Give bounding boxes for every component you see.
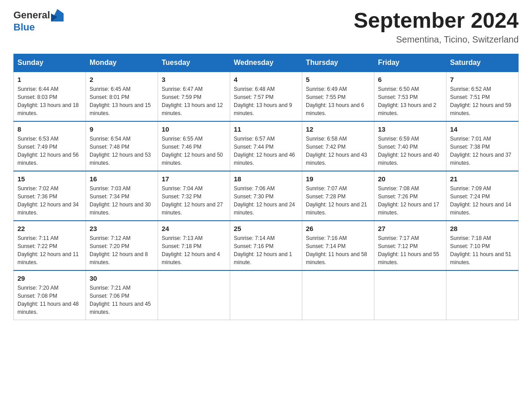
calendar-cell: 9Sunrise: 6:54 AMSunset: 7:48 PMDaylight…: [86, 121, 158, 171]
logo-text-general: General: [13, 9, 50, 21]
week-row: 15Sunrise: 7:02 AMSunset: 7:36 PMDayligh…: [14, 171, 519, 221]
day-number: 7: [450, 76, 515, 83]
weekday-header-friday: Friday: [374, 54, 446, 72]
page-header: General Blue September 2024 Sementina, T…: [13, 9, 519, 45]
day-info: Sunrise: 7:18 AMSunset: 7:10 PMDaylight:…: [450, 234, 515, 266]
day-info: Sunrise: 6:55 AMSunset: 7:46 PMDaylight:…: [162, 135, 226, 167]
day-info: Sunrise: 7:13 AMSunset: 7:18 PMDaylight:…: [162, 234, 226, 266]
day-number: 16: [90, 175, 154, 183]
calendar-cell: 1Sunrise: 6:44 AMSunset: 8:03 PMDaylight…: [14, 72, 86, 121]
calendar-cell: 29Sunrise: 7:20 AMSunset: 7:08 PMDayligh…: [14, 270, 86, 320]
title-area: September 2024 Sementina, Ticino, Switze…: [354, 9, 519, 45]
calendar-cell: 5Sunrise: 6:49 AMSunset: 7:55 PMDaylight…: [302, 72, 374, 121]
calendar-cell: 22Sunrise: 7:11 AMSunset: 7:22 PMDayligh…: [14, 221, 86, 270]
day-info: Sunrise: 7:08 AMSunset: 7:26 PMDaylight:…: [378, 184, 442, 217]
day-number: 26: [306, 225, 370, 232]
day-number: 11: [234, 125, 298, 133]
calendar-cell: 14Sunrise: 7:01 AMSunset: 7:38 PMDayligh…: [446, 121, 519, 171]
day-info: Sunrise: 7:21 AMSunset: 7:06 PMDaylight:…: [90, 284, 154, 316]
calendar-cell: [230, 270, 302, 320]
calendar-cell: 16Sunrise: 7:03 AMSunset: 7:34 PMDayligh…: [86, 171, 158, 221]
logo: General Blue: [13, 9, 64, 33]
day-info: Sunrise: 7:09 AMSunset: 7:24 PMDaylight:…: [450, 184, 515, 217]
day-number: 5: [306, 76, 370, 83]
day-number: 21: [450, 175, 515, 183]
day-info: Sunrise: 6:57 AMSunset: 7:44 PMDaylight:…: [234, 135, 298, 167]
calendar-cell: 30Sunrise: 7:21 AMSunset: 7:06 PMDayligh…: [86, 270, 158, 320]
day-number: 19: [306, 175, 370, 183]
day-number: 30: [90, 274, 154, 282]
day-info: Sunrise: 7:07 AMSunset: 7:28 PMDaylight:…: [306, 184, 370, 217]
day-info: Sunrise: 6:49 AMSunset: 7:55 PMDaylight:…: [306, 85, 370, 117]
calendar-cell: 20Sunrise: 7:08 AMSunset: 7:26 PMDayligh…: [374, 171, 446, 221]
day-number: 17: [162, 175, 226, 183]
calendar-cell: 23Sunrise: 7:12 AMSunset: 7:20 PMDayligh…: [86, 221, 158, 270]
day-info: Sunrise: 7:16 AMSunset: 7:14 PMDaylight:…: [306, 234, 370, 266]
day-info: Sunrise: 7:17 AMSunset: 7:12 PMDaylight:…: [378, 234, 442, 266]
day-info: Sunrise: 7:12 AMSunset: 7:20 PMDaylight:…: [90, 234, 154, 266]
day-number: 23: [90, 225, 154, 232]
day-info: Sunrise: 7:14 AMSunset: 7:16 PMDaylight:…: [234, 234, 298, 266]
calendar-cell: 19Sunrise: 7:07 AMSunset: 7:28 PMDayligh…: [302, 171, 374, 221]
day-info: Sunrise: 6:53 AMSunset: 7:49 PMDaylight:…: [17, 135, 82, 167]
calendar-cell: 11Sunrise: 6:57 AMSunset: 7:44 PMDayligh…: [230, 121, 302, 171]
calendar-cell: 2Sunrise: 6:45 AMSunset: 8:01 PMDaylight…: [86, 72, 158, 121]
day-info: Sunrise: 6:45 AMSunset: 8:01 PMDaylight:…: [90, 85, 154, 117]
calendar-cell: [302, 270, 374, 320]
day-number: 4: [234, 76, 298, 83]
day-info: Sunrise: 7:06 AMSunset: 7:30 PMDaylight:…: [234, 184, 298, 217]
calendar-cell: 10Sunrise: 6:55 AMSunset: 7:46 PMDayligh…: [158, 121, 230, 171]
day-info: Sunrise: 7:11 AMSunset: 7:22 PMDaylight:…: [17, 234, 82, 266]
weekday-header-wednesday: Wednesday: [230, 54, 302, 72]
calendar-cell: 17Sunrise: 7:04 AMSunset: 7:32 PMDayligh…: [158, 171, 230, 221]
calendar-cell: 15Sunrise: 7:02 AMSunset: 7:36 PMDayligh…: [14, 171, 86, 221]
day-info: Sunrise: 7:01 AMSunset: 7:38 PMDaylight:…: [450, 135, 515, 167]
day-info: Sunrise: 6:52 AMSunset: 7:51 PMDaylight:…: [450, 85, 515, 117]
calendar-cell: 13Sunrise: 6:59 AMSunset: 7:40 PMDayligh…: [374, 121, 446, 171]
weekday-header-row: SundayMondayTuesdayWednesdayThursdayFrid…: [14, 54, 519, 72]
weekday-header-thursday: Thursday: [302, 54, 374, 72]
calendar-cell: 24Sunrise: 7:13 AMSunset: 7:18 PMDayligh…: [158, 221, 230, 270]
calendar-cell: 18Sunrise: 7:06 AMSunset: 7:30 PMDayligh…: [230, 171, 302, 221]
weekday-header-saturday: Saturday: [446, 54, 519, 72]
weekday-header-tuesday: Tuesday: [158, 54, 230, 72]
day-number: 24: [162, 225, 226, 232]
day-info: Sunrise: 6:50 AMSunset: 7:53 PMDaylight:…: [378, 85, 442, 117]
day-info: Sunrise: 6:47 AMSunset: 7:59 PMDaylight:…: [162, 85, 226, 117]
day-number: 15: [17, 175, 82, 183]
day-number: 8: [17, 125, 82, 133]
calendar-cell: 7Sunrise: 6:52 AMSunset: 7:51 PMDaylight…: [446, 72, 519, 121]
calendar-cell: [158, 270, 230, 320]
day-info: Sunrise: 6:59 AMSunset: 7:40 PMDaylight:…: [378, 135, 442, 167]
day-number: 22: [17, 225, 82, 232]
day-number: 25: [234, 225, 298, 232]
day-info: Sunrise: 7:04 AMSunset: 7:32 PMDaylight:…: [162, 184, 226, 217]
calendar-cell: 27Sunrise: 7:17 AMSunset: 7:12 PMDayligh…: [374, 221, 446, 270]
calendar-cell: 3Sunrise: 6:47 AMSunset: 7:59 PMDaylight…: [158, 72, 230, 121]
calendar-table: SundayMondayTuesdayWednesdayThursdayFrid…: [13, 54, 519, 320]
week-row: 22Sunrise: 7:11 AMSunset: 7:22 PMDayligh…: [14, 221, 519, 270]
location-subtitle: Sementina, Ticino, Switzerland: [354, 34, 519, 45]
weekday-header-monday: Monday: [86, 54, 158, 72]
day-number: 13: [378, 125, 442, 133]
day-number: 12: [306, 125, 370, 133]
day-info: Sunrise: 7:03 AMSunset: 7:34 PMDaylight:…: [90, 184, 154, 217]
calendar-cell: 12Sunrise: 6:58 AMSunset: 7:42 PMDayligh…: [302, 121, 374, 171]
calendar-cell: 28Sunrise: 7:18 AMSunset: 7:10 PMDayligh…: [446, 221, 519, 270]
month-title: September 2024: [354, 9, 519, 33]
week-row: 8Sunrise: 6:53 AMSunset: 7:49 PMDaylight…: [14, 121, 519, 171]
calendar-cell: 26Sunrise: 7:16 AMSunset: 7:14 PMDayligh…: [302, 221, 374, 270]
day-number: 29: [17, 274, 82, 282]
day-number: 10: [162, 125, 226, 133]
calendar-cell: [374, 270, 446, 320]
day-info: Sunrise: 6:54 AMSunset: 7:48 PMDaylight:…: [90, 135, 154, 167]
day-info: Sunrise: 6:48 AMSunset: 7:57 PMDaylight:…: [234, 85, 298, 117]
day-number: 6: [378, 76, 442, 83]
day-number: 28: [450, 225, 515, 232]
day-number: 27: [378, 225, 442, 232]
calendar-cell: [446, 270, 519, 320]
day-number: 2: [90, 76, 154, 83]
day-info: Sunrise: 7:02 AMSunset: 7:36 PMDaylight:…: [17, 184, 82, 217]
calendar-cell: 8Sunrise: 6:53 AMSunset: 7:49 PMDaylight…: [14, 121, 86, 171]
day-number: 3: [162, 76, 226, 83]
